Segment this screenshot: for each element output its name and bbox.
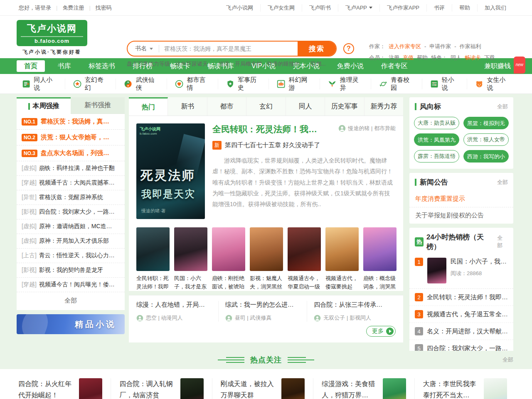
- category-xuanhuan[interactable]: 玄幻奇幻: [65, 79, 116, 89]
- search-button[interactable]: 搜索: [298, 41, 336, 57]
- writer-zone-link[interactable]: 进入作家专区: [389, 41, 421, 52]
- list-item[interactable]: [影视]影视：我的契约兽是龙牙: [17, 263, 125, 278]
- rank-item-2[interactable]: 2 全民转职：死灵法师！我即是…: [409, 289, 513, 306]
- hotspot-all-link[interactable]: 全部: [502, 356, 513, 364]
- tab-tongren[interactable]: 同人: [286, 97, 325, 116]
- rank-all-link[interactable]: 全部: [497, 234, 508, 249]
- top-rank-row[interactable]: NO.1 霍格沃茨：我汤姆，真…: [17, 114, 125, 130]
- list-item[interactable]: [穿越]视频通千古：大阅兵震撼革…: [17, 176, 125, 190]
- featured-book-cover[interactable]: 飞卢小说网 b.faloo.com 死灵法师 我即是天灾 慢途的猪·著: [136, 123, 205, 219]
- category-wuxia[interactable]: 武侠仙侠: [116, 79, 167, 89]
- view-all-link[interactable]: 全部: [17, 292, 125, 310]
- tag-pill[interactable]: 黑篮：模拟到无: [463, 117, 509, 129]
- featured-book-author[interactable]: 慢途的猪 | 都市异能: [338, 125, 396, 132]
- book-entry[interactable]: 综武：我一男的怎么进… 昼司 | 武侠修真: [218, 301, 307, 322]
- book-card[interactable]: 民国：小六子，我才是东: [174, 227, 207, 291]
- list-item[interactable]: [异世]霍格沃兹：觉醒原神系统: [17, 190, 125, 205]
- nav-free-novels[interactable]: 免费小说: [328, 58, 372, 74]
- list-item[interactable]: [影视]四合院：我刘家大少，一路…: [17, 205, 125, 219]
- news-item[interactable]: 关于举报短剧侵权的公告: [409, 207, 513, 224]
- tag-pill[interactable]: 霹雳：吾陈道悟: [414, 150, 459, 163]
- category-nvsheng[interactable]: 女生小说: [467, 79, 518, 89]
- book-card[interactable]: 崩铁：概念级词条，润哭黑: [363, 227, 397, 291]
- book-card[interactable]: 全民转职：死灵法师！我即: [136, 227, 170, 291]
- nav-reading-card[interactable]: 畅读卡: [161, 58, 199, 74]
- topbar-link-reviews[interactable]: 书评: [426, 4, 452, 12]
- book-entry[interactable]: 综漫：人在地错，开局… 思空 | 动漫同人: [136, 301, 218, 322]
- book-entry[interactable]: 四合院：从张三丰传承… 无双公子 | 影视同人: [307, 301, 396, 322]
- search-category-dropdown[interactable]: 书名: [128, 45, 159, 52]
- category-junshi[interactable]: 军事历史: [218, 79, 269, 89]
- nav-reading-library[interactable]: 畅读书库: [199, 58, 243, 74]
- nav-home[interactable]: 首页: [17, 60, 45, 72]
- category-dushi[interactable]: 都市言情: [167, 79, 218, 89]
- apply-writer-link[interactable]: 申请作家: [429, 41, 451, 52]
- register-link[interactable]: 免费注册: [57, 4, 89, 12]
- list-item[interactable]: [虚拟]原神：邀请纳西妲，MC造…: [17, 219, 125, 234]
- rank-item-5[interactable]: 5 四合院：我刘家大少，一路进…: [409, 340, 513, 351]
- tab-fantasy[interactable]: 玄幻: [246, 97, 286, 116]
- topbar-link-join-us[interactable]: 加入我们: [477, 4, 513, 12]
- site-logo[interactable]: 飞卢小说网 b.faloo.com 飞卢小说·飞要你好看: [17, 20, 87, 56]
- news-item[interactable]: 年度消费重置提示: [409, 191, 513, 207]
- nav-part-time[interactable]: 兼职赚钱 new: [475, 58, 520, 74]
- tab-rising-stars[interactable]: 新秀力荐: [365, 97, 403, 116]
- more-button[interactable]: 更多: [366, 326, 396, 337]
- category-qingchun[interactable]: 青春校园: [371, 79, 422, 89]
- hotspot-book[interactable]: 刚成天道，被拉入万界聊天群: [212, 378, 313, 399]
- login-link[interactable]: 您好，请登录: [19, 4, 56, 12]
- category-tuili[interactable]: 推理灵异: [320, 79, 371, 89]
- tab-urban[interactable]: 都市: [207, 97, 246, 116]
- book-card[interactable]: 崩铁：刚拒绝面试，被琥珀: [212, 227, 245, 291]
- rank-item-4[interactable]: 4 名义：开局进部，汉大帮献上…: [409, 323, 513, 340]
- hotspot-book[interactable]: 大唐：李世民我李泰打死不当太…: [414, 378, 515, 399]
- help-icon[interactable]: ?: [343, 43, 354, 54]
- tag-pill[interactable]: 西游：我写的小: [463, 150, 509, 163]
- news-all-link[interactable]: 全部: [497, 179, 508, 186]
- latest-chapter-link[interactable]: 新 第四千七百七十五章 好久没动手了: [212, 141, 396, 150]
- topbar-link-audiobook[interactable]: 飞卢听书: [302, 4, 338, 12]
- book-card[interactable]: 影视：魅魔人夫，润哭黑丝: [250, 227, 283, 291]
- hotspot-book[interactable]: 综漫游戏：美食猎人，狩猎万界…: [313, 378, 414, 399]
- rank-item-1[interactable]: 1 民国：小六子，我才… 阅读：28868: [409, 255, 513, 289]
- nav-completed-novels[interactable]: 完本小说: [284, 58, 328, 74]
- topbar-link-girls-site[interactable]: 飞卢女生网: [260, 4, 302, 12]
- find-password-link[interactable]: 找密码: [91, 4, 117, 12]
- category-tongren[interactable]: 同人小说: [14, 79, 65, 89]
- tab-new-book-strong-push[interactable]: 新书强推: [71, 97, 125, 114]
- list-item[interactable]: [虚拟]原神：开局加入天才俱乐部: [17, 234, 125, 249]
- tab-new-books[interactable]: 新书: [168, 97, 207, 116]
- nav-vip-novels[interactable]: VIP小说: [243, 58, 284, 74]
- premium-novels-banner[interactable]: 精品小说: [17, 314, 125, 334]
- topbar-link-writer-app[interactable]: 飞卢作家APP: [379, 4, 426, 12]
- hotspot-book[interactable]: 四合院：从火红年代开始崛起！: [17, 378, 111, 399]
- topbar-link-app[interactable]: 飞卢APP: [338, 4, 379, 12]
- nav-tag-select[interactable]: 标签选书: [80, 58, 124, 74]
- book-card[interactable]: 视频通古代，倭寇要挑起S3: [325, 227, 359, 291]
- search-input[interactable]: [159, 45, 298, 52]
- nav-rankings[interactable]: 排行榜: [124, 58, 161, 74]
- tab-weekly-strong-push[interactable]: 本周强推: [17, 97, 71, 114]
- nav-library[interactable]: 书库: [49, 58, 80, 74]
- list-item[interactable]: [虚拟]崩铁：羁绊拉满，星神也干翻: [17, 161, 125, 176]
- tag-pill[interactable]: 大唐：勋贵从贩: [414, 117, 459, 129]
- tag-pill[interactable]: 洪荒：狠人女帝: [463, 133, 509, 146]
- book-card[interactable]: 视频通古今，华夏启动一级: [288, 227, 321, 291]
- tag-pill[interactable]: 洪荒：凤凰第九: [414, 133, 459, 146]
- topbar-link-help[interactable]: 帮助: [452, 4, 477, 12]
- tab-hot[interactable]: 热门: [129, 97, 168, 116]
- topbar-link-novel-site[interactable]: 飞卢小说网: [219, 4, 260, 12]
- category-qingxiaoshuo[interactable]: 轻小说: [422, 79, 467, 89]
- windvane-all-link[interactable]: 全部: [497, 103, 508, 111]
- rank-item-3[interactable]: 3 视频通古代，兔子退五常全球…: [409, 306, 513, 323]
- list-item[interactable]: [穿越]视频通今古！阅兵曝光！倭…: [17, 278, 125, 292]
- top-rank-row[interactable]: NO.3 盘点东大名场面，列强…: [17, 145, 125, 161]
- nav-author-zone[interactable]: 作者专区: [372, 58, 416, 74]
- tab-history-military[interactable]: 历史军事: [325, 97, 364, 116]
- tongren-link[interactable]: 同人: [451, 52, 461, 63]
- member-help-link[interactable]: 帮助: [417, 52, 428, 63]
- top-rank-row[interactable]: NO.2 洪荒：狠人女帝她哥，…: [17, 130, 125, 145]
- hotspot-book[interactable]: 四合院：调入轧钢厂，劫富济贫: [111, 378, 212, 399]
- list-item[interactable]: [上古]青云：悟性逆天，我以心力…: [17, 249, 125, 263]
- writer-benefits-link[interactable]: 作家福利: [460, 41, 481, 52]
